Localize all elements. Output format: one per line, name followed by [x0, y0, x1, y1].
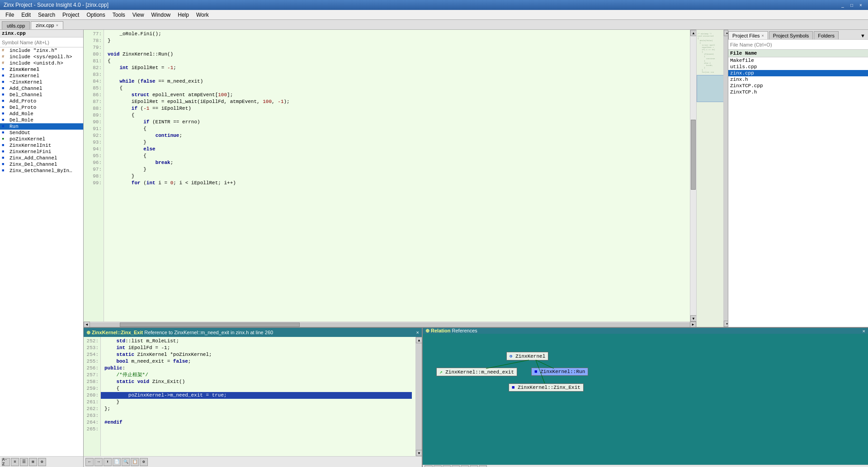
symbol-item-includeunistdh[interactable]: #include <unistd.h> [0, 60, 83, 66]
symbol-label: ZinxKernelFini [9, 149, 51, 154]
reference-code[interactable]: 252:253:254:255:256:257:258:259:260:261:… [84, 337, 422, 456]
file-item-zinxcpp[interactable]: zinx.cpp [728, 70, 868, 76]
minimap-scroll-down[interactable]: ▼ [724, 321, 728, 327]
close-button[interactable]: × [857, 2, 864, 8]
bottom-scroll-track[interactable] [416, 343, 422, 450]
symbol-item-run[interactable]: ■Run [0, 123, 83, 130]
tab-utilscpp[interactable]: utils.cpp [2, 21, 30, 29]
symbol-item-zinxkernel[interactable]: ■ZinxKernel [0, 73, 83, 79]
relation-node-zinxkernel[interactable]: ⊕ ZinxKernel [506, 352, 548, 360]
up-button[interactable]: ⬆ [104, 458, 112, 466]
rel-chart-button[interactable]: 📊 [470, 465, 478, 467]
menu-item-work[interactable]: Work [193, 11, 212, 19]
rel-options-button[interactable]: ⚙ [479, 465, 487, 467]
symbol-item-pozinxkernel[interactable]: ●poZinxKernel [0, 136, 83, 142]
symbol-item-includezinxh[interactable]: #include "zinx.h" [0, 47, 83, 54]
scroll-track[interactable] [690, 36, 696, 315]
symbol-item-delproto[interactable]: ■Del_Proto [0, 104, 83, 111]
symbol-item-zinxkernel[interactable]: ▼ZinxKernel [0, 66, 83, 73]
bottom-scroll-up[interactable]: ▲ [416, 337, 422, 343]
minimap-scrollbar[interactable]: ▲ ▼ [723, 30, 728, 327]
minimap-scroll-track[interactable] [724, 36, 728, 321]
bottom-scrollbar[interactable]: ▲ ▼ [415, 337, 422, 456]
symbol-item-includesysepollh[interactable]: #include <sys/epoll.h> [0, 54, 83, 60]
filter-button[interactable]: ≡ [11, 458, 19, 466]
relation-node-zinx-exit[interactable]: ■ ZinxKernel::Zinx_Exit [509, 383, 584, 392]
relation-node-run[interactable]: ■ ZinxKernel::Run [531, 368, 588, 376]
menu-item-help[interactable]: Help [174, 11, 193, 19]
symbol-item-sendout[interactable]: ■SendOut [0, 130, 83, 136]
menu-item-tools[interactable]: Tools [109, 11, 129, 19]
az-sort-button[interactable]: A-Z [2, 458, 10, 466]
h-scroll-track[interactable] [90, 322, 690, 327]
bottom-code-content[interactable]: std::list m_RoleList; int iEpollFd = -1;… [101, 337, 415, 456]
rel-list-button[interactable]: ≡ [461, 465, 469, 467]
symbol-item-delrole[interactable]: ■Del_Role [0, 117, 83, 123]
minimap-scroll-up[interactable]: ▲ [724, 30, 728, 36]
symbol-item-zinxgetchannelbyin[interactable]: ■Zinx_GetChannel_ByIn… [0, 168, 83, 174]
project-panel-expand[interactable]: ▼ [858, 32, 868, 39]
file-item-zinxh[interactable]: zinx.h [728, 76, 868, 83]
menu-item-file[interactable]: File [2, 11, 18, 19]
back-button[interactable]: ← [85, 458, 94, 466]
icon-button[interactable]: ⊞ [29, 458, 37, 466]
bottom-scroll-down[interactable]: ▼ [416, 450, 422, 456]
project-panel-tab-close[interactable]: × [762, 33, 764, 38]
minimize-button[interactable]: _ [839, 2, 846, 8]
file-search-input[interactable] [728, 40, 868, 49]
file-item-ZinxTCPcpp[interactable]: ZinxTCP.cpp [728, 83, 868, 89]
file-item-Makefile[interactable]: Makefile [728, 57, 868, 64]
project-panel-tab-folders[interactable]: Folders [814, 31, 839, 39]
project-panel-tab-project-files[interactable]: Project Files× [728, 31, 768, 39]
rel-search-button[interactable]: 🔍 [425, 465, 433, 467]
relation-node-m-need-exit[interactable]: ↗ ZinxKernel::m_need_exit [436, 368, 517, 376]
menu-item-options[interactable]: Options [83, 11, 108, 19]
reference-close-button[interactable]: × [416, 330, 419, 335]
tab-zinxcpp[interactable]: zinx.cpp× [31, 21, 63, 29]
tab-close-zinxcpp[interactable]: × [56, 23, 58, 28]
rel-settings-button[interactable]: ⚙ [452, 465, 460, 467]
relation-graph[interactable]: ⊕ ZinxKernel↗ ZinxKernel::m_need_exit■ Z… [423, 334, 868, 465]
vertical-scrollbar[interactable]: ▲ ▼ [690, 30, 696, 322]
code-editor[interactable]: 77:78:79:80:81:82:83:84:85:86:87:88:89:9… [84, 30, 696, 322]
scroll-right[interactable]: ► [690, 322, 696, 327]
line-number-92: 92: [85, 132, 102, 139]
symbol-item-zinxkernelfini[interactable]: ■ZinxKernelFini [0, 149, 83, 155]
symbol-item-delchannel[interactable]: ■Del_Channel [0, 92, 83, 98]
clip-button[interactable]: 📋 [131, 458, 139, 466]
menu-item-window[interactable]: Window [148, 11, 175, 19]
forward-button[interactable]: → [94, 458, 103, 466]
rel-clip-button[interactable]: 📋 [443, 465, 451, 467]
symbol-label: Zinx_GetChannel_ByIn… [9, 168, 72, 173]
symbol-item-zinxkernelinit[interactable]: ■ZinxKernelInit [0, 142, 83, 149]
settings-button[interactable]: ⚙ [38, 458, 46, 466]
symbol-item-addrole[interactable]: ■Add_Role [0, 111, 83, 117]
project-panel-tab-project-symbols[interactable]: Project Symbols [769, 31, 813, 39]
menu-item-project[interactable]: Project [59, 11, 83, 19]
symbol-item-addproto[interactable]: ■Add_Proto [0, 98, 83, 104]
symbol-item-addchannel[interactable]: ■Add_Channel [0, 85, 83, 92]
search-button[interactable]: 🔍 [122, 458, 130, 466]
maximize-button[interactable]: □ [848, 2, 855, 8]
horizontal-scrollbar[interactable]: ◄ ► [84, 322, 696, 327]
menu-item-search[interactable]: Search [34, 11, 59, 19]
scroll-left[interactable]: ◄ [84, 322, 90, 327]
menu-item-edit[interactable]: Edit [18, 11, 34, 19]
symbol-item-zinxkernel[interactable]: ■~ZinxKernel [0, 79, 83, 85]
list-button[interactable]: ☰ [20, 458, 28, 466]
relation-close-button[interactable]: × [863, 328, 865, 334]
menu-item-view[interactable]: View [129, 11, 148, 19]
file-item-ZinxTCPh[interactable]: ZinxTCP.h [728, 89, 868, 95]
symbol-item-zinxaddchannel[interactable]: ■Zinx_Add_Channel [0, 155, 83, 161]
symbol-search-input[interactable] [0, 37, 83, 47]
doc-button[interactable]: 📄 [113, 458, 121, 466]
rel-doc-button[interactable]: 📄 [434, 465, 442, 467]
symbol-item-zinxdelchannel[interactable]: ■Zinx_Del_Channel [0, 161, 83, 168]
scroll-down[interactable]: ▼ [690, 315, 696, 322]
file-item-utilscpp[interactable]: utils.cpp [728, 64, 868, 70]
scroll-thumb[interactable] [691, 120, 696, 190]
code-content[interactable]: _oRole.Fini();}void ZinxKernel::Run(){ i… [104, 30, 690, 322]
settings-button-bottom[interactable]: ⚙ [140, 458, 148, 466]
scroll-up[interactable]: ▲ [690, 30, 696, 36]
h-scroll-thumb[interactable] [120, 322, 300, 327]
